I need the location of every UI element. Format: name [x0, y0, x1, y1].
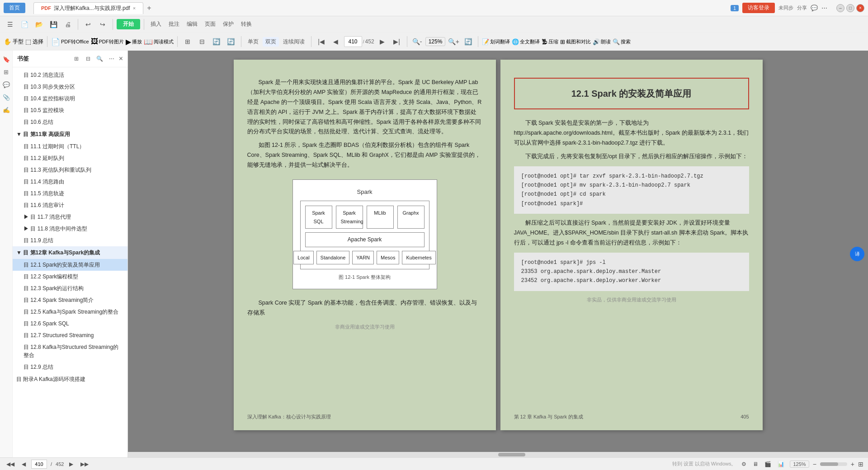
tree-item-21[interactable]: 目 12.6 Spark SQL [13, 318, 127, 329]
sidebar-collapse-icon[interactable]: ⊟ [84, 54, 93, 63]
tree-item-7[interactable]: 目 11.2 延时队列 [13, 152, 127, 164]
tree-item-24[interactable]: 目 12.9 总结 [13, 361, 127, 373]
new-doc-icon[interactable]: 📄 [18, 18, 31, 31]
single-page-btn[interactable]: 单页 [245, 37, 261, 47]
visit-login-button[interactable]: 访客登录 [742, 3, 775, 13]
chart-icon[interactable]: 📊 [776, 461, 786, 468]
page-input-bottom[interactable] [31, 460, 47, 469]
menu-convert[interactable]: 转换 [238, 19, 255, 29]
tree-item-22[interactable]: 目 12.7 Structured Streaming [13, 329, 127, 341]
page-number-input[interactable] [344, 36, 362, 47]
sidebar-comments-icon[interactable]: 💬 [1, 80, 11, 89]
fit-width-icon[interactable]: ⊟ [196, 35, 208, 48]
zoom-select[interactable]: 125% [425, 37, 446, 46]
scrollbar-thumb[interactable] [498, 453, 525, 456]
tree-item-6[interactable]: 目 11.1 过期时间（TTL） [13, 141, 127, 152]
compare-btn[interactable]: ⊞ 截图和对比 [560, 38, 591, 45]
sidebar-close-button[interactable]: × [119, 55, 123, 63]
tree-item-18[interactable]: 目 12.3 Spark的运行结构 [13, 282, 127, 294]
settings-icon[interactable]: ⚙ [740, 461, 748, 468]
undo-icon[interactable]: ↩ [82, 18, 94, 31]
next-page-bottom-btn[interactable]: ▶ [67, 461, 75, 468]
minimize-button[interactable]: – [836, 4, 844, 12]
dual-page-btn[interactable]: 双页 [263, 37, 279, 47]
tree-item-14[interactable]: 目 11.9 总结 [13, 235, 127, 246]
tree-item-23[interactable]: 目 12.8 Kafka与Structured Streaming的整合 [13, 341, 127, 361]
tree-item-1[interactable]: 目 10.3 同步失效分区 [13, 81, 127, 93]
read-aloud-btn[interactable]: 🔊 朗读 [593, 38, 611, 45]
compress-btn[interactable]: 🗜 压缩 [542, 38, 558, 45]
tree-item-8[interactable]: 目 11.3 死信队列和重试队列 [13, 164, 127, 176]
tree-item-25[interactable]: 目 附录A Kafka源码环境搭建 [13, 373, 127, 385]
zoom-out-bottom[interactable]: − [813, 461, 816, 468]
fit-page-icon[interactable]: ⊞ [181, 35, 194, 48]
first-page-btn[interactable]: |◀ [315, 35, 328, 48]
read-mode-btn[interactable]: 📖 阅读模式 [144, 38, 174, 46]
zoom-slider[interactable] [820, 462, 847, 466]
prev-page-bottom-btn[interactable]: ◀ [20, 461, 28, 468]
monitor-icon[interactable]: 🖥 [751, 461, 760, 468]
tree-item-3[interactable]: 目 10.5 监控模块 [13, 104, 127, 116]
tree-item-4[interactable]: 目 10.6 总结 [13, 116, 127, 128]
menu-icon[interactable]: ☰ [4, 18, 16, 31]
tree-item-10[interactable]: 目 11.5 消息轨迹 [13, 188, 127, 199]
select-tool[interactable]: ⬚ 选择 [25, 38, 43, 46]
translate-action-btn[interactable]: 译 [850, 247, 864, 261]
start-button[interactable]: 开始 [117, 19, 140, 29]
tree-item-20[interactable]: 目 12.5 Kafka与Spark Streaming的整合 [13, 306, 127, 318]
next-page-btn[interactable]: ▶ [376, 35, 389, 48]
tree-item-11[interactable]: 目 11.6 消息审计 [13, 199, 127, 211]
new-tab-button[interactable]: + [143, 2, 155, 14]
pdf-to-office-btn[interactable]: 📄 PDF转Office [51, 38, 89, 46]
tree-item-2[interactable]: 目 10.4 监控指标说明 [13, 93, 127, 104]
sidebar-search-icon[interactable]: 🔍 [95, 54, 104, 63]
menu-edit[interactable]: 编辑 [184, 19, 200, 29]
video-icon[interactable]: 🎬 [763, 461, 773, 468]
zoom-in-btn[interactable]: 🔍+ [447, 35, 460, 48]
prev-page-btn[interactable]: ◀ [330, 35, 342, 48]
home-button[interactable]: 首页 [4, 3, 25, 13]
menu-comment[interactable]: 批注 [166, 19, 182, 29]
tree-item-13[interactable]: ▶ 目 11.8 消息中间件选型 [13, 223, 127, 235]
menu-insert[interactable]: 插入 [148, 19, 164, 29]
zoom-in-bottom[interactable]: + [851, 461, 854, 468]
tree-item-12[interactable]: ▶ 目 11.7 消息代理 [13, 211, 127, 223]
continuous-btn[interactable]: 连续阅读 [280, 37, 307, 47]
print-icon[interactable]: 🖨 [61, 18, 74, 31]
pdf-to-image-btn[interactable]: 🖼 PDF转图片 [91, 38, 124, 46]
tree-item-9[interactable]: 目 11.4 消息路由 [13, 176, 127, 188]
sidebar-bookmarks-icon[interactable]: 🔖 [1, 54, 11, 64]
pdf-tab[interactable]: PDF 深入理解Kafka...与实践原理.pdf × [33, 2, 143, 14]
save-icon[interactable]: 💾 [47, 18, 60, 31]
full-translate-btn[interactable]: 🌐 全文翻译 [512, 38, 540, 45]
sidebar-options-icon[interactable]: ⋯ [107, 54, 116, 63]
sidebar-expand-icon[interactable]: ⊞ [72, 54, 81, 63]
comment-icon[interactable]: 💬 [811, 5, 818, 11]
rotate-icon[interactable]: 🔄 [210, 35, 223, 48]
zoom-level-bottom[interactable]: 125% [790, 461, 809, 468]
tree-item-16[interactable]: 目 12.1 Spark的安装及简单应用 [13, 259, 127, 271]
search-btn[interactable]: 🔍 搜索 [613, 38, 631, 45]
word-translate-btn[interactable]: 📝 划词翻译 [482, 38, 510, 45]
maximize-button[interactable]: □ [846, 4, 854, 12]
sidebar-attachments-icon[interactable]: 📎 [1, 92, 11, 102]
tree-item-5[interactable]: ▼ 目 第11章 高级应用 [13, 128, 127, 141]
redo-icon[interactable]: ↪ [96, 18, 109, 31]
first-page-bottom-btn[interactable]: ◀◀ [5, 461, 16, 468]
tree-item-0[interactable]: 目 10.2 消息流活 [13, 69, 127, 81]
share-label[interactable]: 分享 [797, 5, 807, 11]
close-tab-button[interactable]: × [133, 5, 136, 11]
close-window-button[interactable]: × [856, 4, 864, 12]
last-page-bottom-btn[interactable]: ▶▶ [79, 461, 90, 468]
more-icon[interactable]: ⋯ [821, 5, 827, 11]
flip-icon[interactable]: 🔄 [225, 35, 237, 48]
last-page-btn[interactable]: ▶| [391, 35, 403, 48]
sidebar-signatures-icon[interactable]: ✍ [1, 105, 11, 115]
horizontal-scrollbar[interactable] [128, 452, 868, 457]
open-icon[interactable]: 📂 [33, 18, 45, 31]
rotate-view-icon[interactable]: 🔄 [462, 35, 474, 48]
menu-protect[interactable]: 保护 [220, 19, 236, 29]
tree-item-15[interactable]: ▼ 目 第12章 Kafka与Spark的集成 [13, 246, 127, 259]
tree-item-17[interactable]: 目 12.2 Spark编程模型 [13, 271, 127, 282]
play-btn[interactable]: ▶ 播放 [126, 38, 142, 46]
